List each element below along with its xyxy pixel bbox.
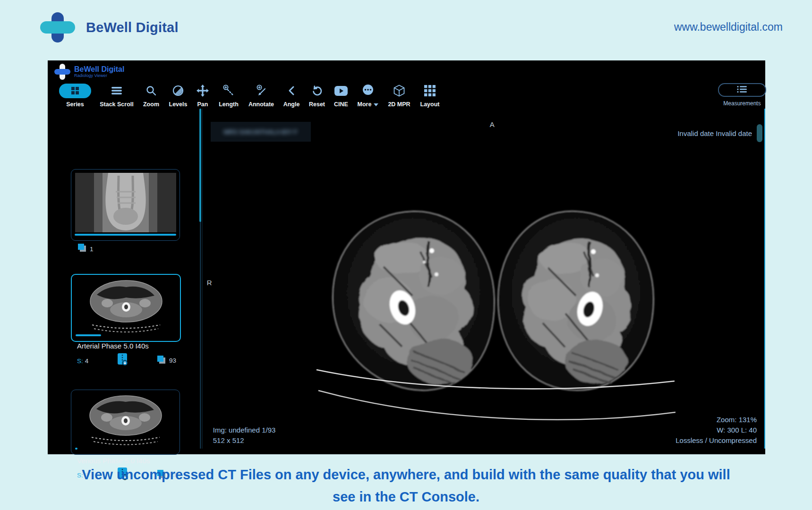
zip-download-icon[interactable] xyxy=(117,353,128,368)
image-info-overlay: Img: undefined 1/93 512 x 512 xyxy=(213,425,276,446)
series-progress-bar xyxy=(76,334,101,336)
axial-thumbnail-image xyxy=(75,393,176,447)
viewer-subtitle: Radiology Viewer xyxy=(74,73,124,78)
series-meta-row: S:4 93 xyxy=(71,353,179,368)
axial-thumbnail-image xyxy=(75,278,177,333)
layout-grid-icon xyxy=(407,83,453,98)
caption-line-1: View uncompressed CT Files on any device… xyxy=(0,464,812,486)
series-title: Arterial Phase 5.0 I40s xyxy=(77,342,149,350)
scout-thumbnail-image xyxy=(75,172,176,233)
image-matrix: 512 x 512 xyxy=(213,435,276,446)
series-progress-bar xyxy=(75,448,77,450)
toolbar: Series Stack Scroll Zoom Levels Pan xyxy=(48,81,765,110)
patient-name-redacted: MRS SAKUNTHALA 60Y F xyxy=(224,128,298,136)
compression: Lossless / Uncompressed xyxy=(675,435,757,446)
sidebar-scrollbar-thumb[interactable] xyxy=(199,109,201,222)
tool-layout[interactable]: Layout xyxy=(407,83,453,108)
study-date-overlay: Invalid date Invalid date xyxy=(677,128,752,139)
image-count: 93 xyxy=(169,357,176,364)
series-card-venous[interactable] xyxy=(71,390,180,455)
patient-banner: MRS SAKUNTHALA 60Y F xyxy=(211,122,311,142)
radiology-viewer-window: BeWell Digital Radiology Viewer Series S… xyxy=(48,60,765,454)
viewer-logo: BeWell Digital Radiology Viewer xyxy=(54,64,124,80)
zoom-level: Zoom: 131% xyxy=(675,415,757,425)
tool-label: Series xyxy=(52,101,98,108)
orientation-marker-anterior: A xyxy=(490,120,495,128)
caption-line-2: see in the CT Console. xyxy=(0,486,812,508)
render-info-overlay: Zoom: 131% W: 300 L: 40 Lossless / Uncom… xyxy=(675,415,757,446)
viewer-title: BeWell Digital xyxy=(74,65,124,73)
ct-axial-image xyxy=(313,205,676,442)
grid-icon xyxy=(59,84,91,98)
list-icon xyxy=(737,85,747,95)
series-progress-bar xyxy=(75,234,176,236)
brand-name: BeWell Digital xyxy=(86,20,179,35)
image-count-badge: 1 xyxy=(77,243,94,255)
orientation-marker-right: R xyxy=(207,279,212,287)
image-number: Img: undefined 1/93 xyxy=(213,425,276,435)
image-count: 1 xyxy=(90,246,94,253)
tool-series[interactable]: Series xyxy=(52,83,98,108)
bewell-cross-icon xyxy=(54,64,70,80)
series-card-scout[interactable] xyxy=(71,169,180,241)
series-number: 4 xyxy=(85,357,89,365)
layers-icon xyxy=(156,355,167,367)
ellipsis-circle-icon xyxy=(362,84,374,97)
measurements-label: Measurements xyxy=(711,100,773,107)
bewell-cross-icon xyxy=(38,12,77,42)
viewport-scrollbar-thumb[interactable] xyxy=(757,124,762,142)
site-header: BeWell Digital www.bewelldigital.com xyxy=(0,0,812,56)
series-prefix: S: xyxy=(77,357,83,365)
window-level: W: 300 L: 40 xyxy=(675,425,757,435)
tool-label: Layout xyxy=(407,101,453,108)
measurements-button[interactable]: Measurements xyxy=(711,83,773,107)
site-url[interactable]: www.bewelldigital.com xyxy=(674,21,783,34)
series-card-arterial[interactable] xyxy=(71,274,181,342)
ct-viewport[interactable]: MRS SAKUNTHALA 60Y F A R Invalid date In… xyxy=(203,109,765,449)
brand-logo: BeWell Digital xyxy=(38,12,179,42)
layers-icon xyxy=(77,243,87,255)
caption: View uncompressed CT Files on any device… xyxy=(0,464,812,508)
series-sidebar: 1 xyxy=(48,109,203,449)
